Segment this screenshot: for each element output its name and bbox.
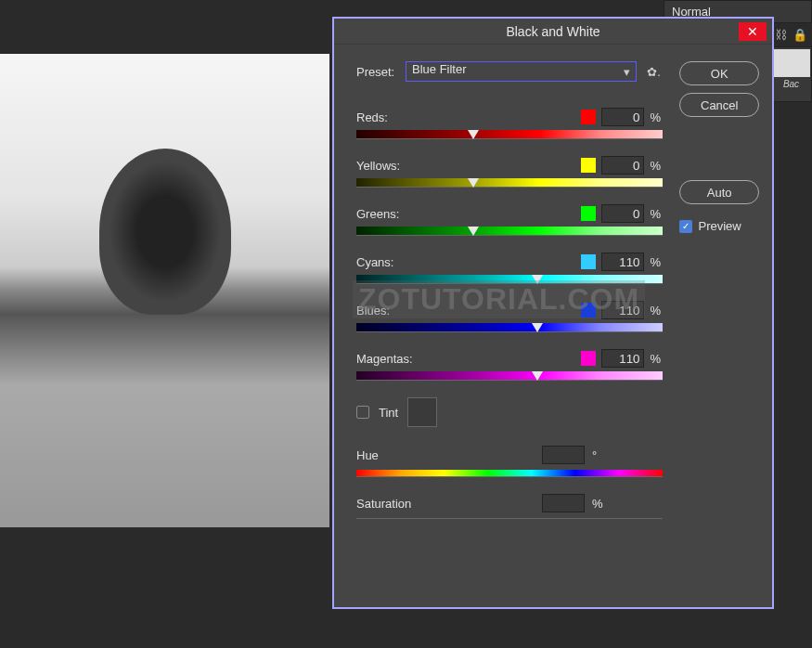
lock-icon[interactable]: 🔒	[793, 28, 807, 42]
color-value-input[interactable]	[601, 301, 644, 319]
preview-checkbox[interactable]: ✓	[679, 220, 692, 233]
chain-icon[interactable]: ⛓	[775, 28, 787, 42]
percent-label: %	[650, 159, 663, 173]
percent-label: %	[650, 110, 663, 124]
color-value-input[interactable]	[601, 108, 644, 126]
saturation-input[interactable]	[542, 494, 585, 512]
hue-input[interactable]	[542, 446, 585, 464]
black-and-white-dialog: Black and White ✕ Preset: Blue Filter ✿.…	[332, 17, 774, 609]
color-value-input[interactable]	[601, 204, 644, 223]
cancel-button[interactable]: Cancel	[679, 93, 759, 117]
hue-unit: °	[592, 448, 605, 462]
slider-thumb[interactable]	[468, 227, 479, 236]
tint-label: Tint	[379, 406, 398, 420]
layer-name: Bac	[771, 79, 811, 89]
slider-thumb[interactable]	[532, 275, 543, 284]
color-label: Reds:	[356, 110, 575, 124]
saturation-unit: %	[592, 497, 605, 511]
percent-label: %	[650, 255, 663, 269]
hue-slider[interactable]	[356, 470, 663, 477]
percent-label: %	[650, 352, 663, 366]
slider-thumb[interactable]	[532, 371, 543, 381]
dialog-title: Black and White	[506, 24, 599, 39]
color-label: Magentas:	[356, 352, 575, 366]
panel-icons: ⛓ 🔒	[775, 28, 807, 42]
color-swatch	[581, 158, 596, 173]
color-label: Cyans:	[356, 255, 575, 269]
color-swatch	[581, 110, 596, 124]
gear-icon[interactable]: ✿.	[644, 65, 663, 79]
canvas[interactable]	[0, 54, 329, 527]
color-slider[interactable]	[356, 227, 663, 236]
color-value-input[interactable]	[601, 156, 644, 175]
close-icon: ✕	[747, 24, 758, 39]
slider-thumb[interactable]	[468, 178, 479, 188]
percent-label: %	[650, 304, 663, 318]
slider-thumb[interactable]	[532, 323, 543, 332]
color-label: Yellows:	[356, 159, 575, 173]
layer-thumbnail[interactable]	[773, 49, 810, 77]
color-label: Blues:	[356, 304, 575, 318]
dialog-titlebar[interactable]: Black and White ✕	[334, 19, 772, 45]
preset-dropdown[interactable]: Blue Filter	[406, 61, 637, 82]
color-label: Greens:	[356, 207, 575, 221]
tint-checkbox[interactable]	[356, 406, 369, 419]
color-slider[interactable]	[356, 371, 663, 381]
color-swatch	[581, 206, 596, 221]
color-slider[interactable]	[356, 275, 663, 284]
color-slider[interactable]	[356, 130, 663, 139]
tint-swatch[interactable]	[407, 397, 437, 427]
color-value-input[interactable]	[601, 349, 644, 368]
close-button[interactable]: ✕	[739, 22, 767, 41]
color-swatch	[581, 351, 596, 366]
document-image	[0, 54, 329, 527]
layers-panel: Bac	[770, 46, 812, 102]
preset-label: Preset:	[356, 65, 398, 79]
percent-label: %	[650, 207, 663, 221]
preset-value: Blue Filter	[412, 62, 467, 76]
color-value-input[interactable]	[601, 253, 644, 271]
slider-thumb[interactable]	[468, 130, 479, 139]
color-slider[interactable]	[356, 323, 663, 332]
saturation-slider[interactable]	[356, 518, 663, 519]
preview-label: Preview	[698, 219, 741, 233]
auto-button[interactable]: Auto	[679, 180, 759, 204]
hue-label: Hue	[356, 448, 535, 462]
saturation-label: Saturation	[356, 497, 535, 511]
color-swatch	[581, 303, 596, 318]
color-slider[interactable]	[356, 178, 663, 188]
color-swatch	[581, 254, 596, 269]
ok-button[interactable]: OK	[679, 61, 759, 85]
